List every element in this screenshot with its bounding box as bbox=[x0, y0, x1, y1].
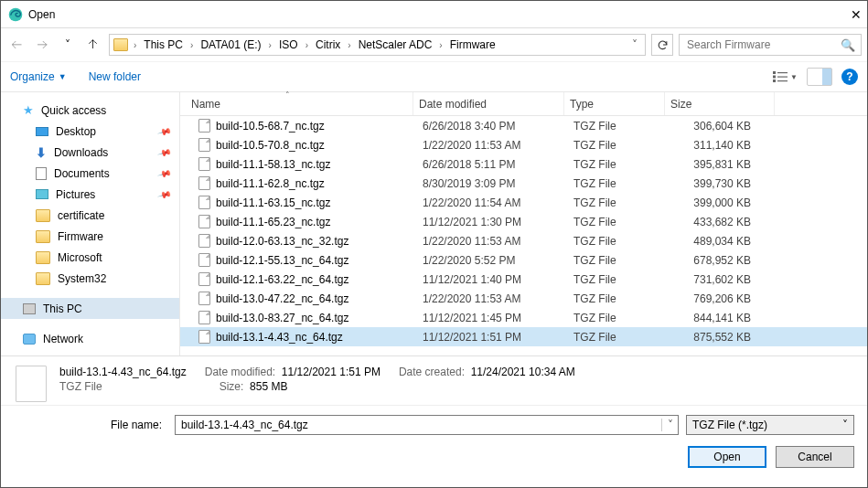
chevron-right-icon[interactable]: › bbox=[346, 40, 352, 50]
file-icon bbox=[198, 138, 210, 152]
file-list: Name˄ Date modified Type Size build-10.5… bbox=[179, 92, 867, 355]
file-row[interactable]: build-13.0-83.27_nc_64.tgz11/12/2021 1:4… bbox=[180, 308, 867, 327]
file-row[interactable]: build-12.1-55.13_nc_64.tgz1/22/2020 5:52… bbox=[180, 250, 867, 270]
folder-icon bbox=[36, 230, 50, 243]
column-header-type[interactable]: Type bbox=[564, 92, 665, 115]
sidebar-item-firmware[interactable]: Firmware bbox=[1, 226, 179, 247]
file-name: build-13.0-83.27_nc_64.tgz bbox=[216, 312, 348, 324]
file-size: 844,141 KB bbox=[669, 312, 778, 324]
search-icon: 🔍 bbox=[841, 38, 855, 52]
sidebar-item-this-pc[interactable]: This PC bbox=[1, 298, 179, 319]
chevron-right-icon[interactable]: › bbox=[132, 40, 138, 50]
file-row[interactable]: build-11.1-63.15_nc.tgz1/22/2020 11:54 A… bbox=[180, 193, 867, 212]
cancel-button[interactable]: Cancel bbox=[776, 446, 854, 468]
file-date: 8/30/2019 3:09 PM bbox=[417, 177, 568, 190]
chevron-right-icon[interactable]: › bbox=[304, 40, 310, 50]
file-type: TGZ File bbox=[568, 273, 669, 286]
sidebar-item-quick-access[interactable]: ★Quick access bbox=[1, 100, 179, 121]
file-row[interactable]: build-12.1-63.22_nc_64.tgz11/12/2021 1:4… bbox=[180, 270, 867, 289]
file-type: TGZ File bbox=[568, 139, 669, 152]
chevron-down-icon: ˅ bbox=[842, 419, 848, 431]
pin-icon: 📌 bbox=[157, 166, 172, 181]
sidebar-item-pictures[interactable]: Pictures📌 bbox=[1, 184, 179, 205]
download-icon: ⬇ bbox=[36, 145, 47, 160]
svg-rect-6 bbox=[777, 80, 788, 81]
breadcrumb[interactable]: Citrix bbox=[314, 38, 342, 51]
sidebar-item-label: Documents bbox=[54, 167, 110, 180]
svg-rect-3 bbox=[773, 80, 776, 82]
sidebar-item-system32[interactable]: System32 bbox=[1, 268, 179, 289]
file-name: build-11.1-65.23_nc.tgz bbox=[216, 216, 330, 228]
breadcrumb[interactable]: DATA01 (E:) bbox=[198, 38, 263, 51]
breadcrumb[interactable]: This PC bbox=[142, 38, 185, 51]
help-button[interactable]: ? bbox=[841, 69, 858, 85]
file-icon bbox=[198, 215, 210, 228]
file-row[interactable]: build-11.1-62.8_nc.tgz8/30/2019 3:09 PMT… bbox=[180, 174, 867, 193]
filename-combobox[interactable]: ˅ bbox=[175, 415, 679, 435]
file-rows: build-10.5-68.7_nc.tgz6/26/2018 3:40 PMT… bbox=[180, 116, 867, 355]
file-row[interactable]: build-11.1-58.13_nc.tgz6/26/2018 5:11 PM… bbox=[180, 154, 867, 174]
file-row[interactable]: build-10.5-70.8_nc.tgz1/22/2020 11:53 AM… bbox=[180, 135, 867, 154]
back-button[interactable]: 🡠 bbox=[6, 35, 27, 55]
file-size: 433,682 KB bbox=[669, 216, 778, 228]
address-dropdown[interactable]: ˅ bbox=[628, 38, 641, 51]
file-row[interactable]: build-10.5-68.7_nc.tgz6/26/2018 3:40 PMT… bbox=[180, 116, 867, 135]
sidebar-item-label: certificate bbox=[58, 209, 104, 222]
file-row[interactable]: build-12.0-63.13_nc_32.tgz1/22/2020 11:5… bbox=[180, 231, 867, 250]
column-header-date[interactable]: Date modified bbox=[413, 92, 564, 115]
window-title: Open bbox=[28, 8, 851, 21]
new-folder-button[interactable]: New folder bbox=[89, 70, 141, 83]
open-button[interactable]: Open bbox=[688, 446, 766, 468]
file-type: TGZ File bbox=[568, 196, 669, 209]
chevron-right-icon[interactable]: › bbox=[188, 40, 195, 50]
up-button[interactable]: 🡡 bbox=[83, 35, 103, 55]
search-input[interactable] bbox=[685, 37, 841, 52]
file-row[interactable]: build-13.0-47.22_nc_64.tgz1/22/2020 11:5… bbox=[180, 289, 867, 308]
recent-locations-button[interactable]: ˅ bbox=[58, 35, 78, 55]
folder-icon bbox=[36, 272, 50, 285]
details-pane: build-13.1-4.43_nc_64.tgz Date modified:… bbox=[1, 355, 867, 405]
view-options-button[interactable]: ▼ bbox=[772, 70, 798, 83]
sidebar-item-microsoft[interactable]: Microsoft bbox=[1, 247, 179, 268]
chevron-down-icon[interactable]: ˅ bbox=[661, 419, 678, 431]
file-icon bbox=[198, 292, 210, 305]
sidebar-item-network[interactable]: Network bbox=[1, 328, 179, 349]
file-row[interactable]: build-13.1-4.43_nc_64.tgz11/12/2021 1:51… bbox=[180, 327, 867, 346]
breadcrumb[interactable]: NetScaler ADC bbox=[357, 38, 434, 51]
breadcrumb[interactable]: Firmware bbox=[448, 38, 498, 51]
column-header-size[interactable]: Size bbox=[665, 92, 775, 115]
file-icon bbox=[198, 157, 210, 171]
navigation-pane: ★Quick access Desktop📌 ⬇Downloads📌 Docum… bbox=[1, 92, 179, 355]
sidebar-item-label: Firmware bbox=[58, 230, 103, 243]
file-row[interactable]: build-11.1-65.23_nc.tgz11/12/2021 1:30 P… bbox=[180, 212, 867, 231]
sidebar-item-label: This PC bbox=[43, 302, 82, 315]
sidebar-item-desktop[interactable]: Desktop📌 bbox=[1, 121, 179, 142]
sidebar-item-certificate[interactable]: certificate bbox=[1, 205, 179, 226]
chevron-right-icon[interactable]: › bbox=[437, 40, 444, 50]
file-type: TGZ File bbox=[568, 177, 669, 190]
file-date: 11/12/2021 1:51 PM bbox=[417, 331, 568, 344]
pc-icon bbox=[23, 303, 36, 314]
file-date: 11/12/2021 1:30 PM bbox=[417, 216, 568, 228]
close-icon[interactable]: ✕ bbox=[851, 10, 860, 19]
refresh-button[interactable] bbox=[651, 34, 673, 56]
forward-button[interactable]: 🡢 bbox=[32, 35, 52, 55]
file-size: 678,952 KB bbox=[669, 254, 778, 267]
preview-pane-button[interactable] bbox=[807, 68, 832, 86]
column-header-name[interactable]: Name˄ bbox=[180, 92, 413, 115]
pin-icon: 📌 bbox=[157, 124, 172, 139]
chevron-right-icon[interactable]: › bbox=[267, 40, 273, 50]
breadcrumb[interactable]: ISO bbox=[277, 38, 300, 51]
sidebar-item-documents[interactable]: Documents📌 bbox=[1, 163, 179, 184]
sidebar-item-downloads[interactable]: ⬇Downloads📌 bbox=[1, 142, 179, 163]
file-icon bbox=[198, 176, 210, 190]
file-name: build-10.5-68.7_nc.tgz bbox=[216, 120, 325, 133]
filename-input[interactable] bbox=[176, 416, 661, 434]
organize-menu[interactable]: Organize ▼ bbox=[10, 70, 67, 83]
file-type: TGZ File bbox=[568, 254, 669, 267]
filename-label: File name: bbox=[14, 419, 167, 431]
file-name: build-12.0-63.13_nc_32.tgz bbox=[216, 235, 348, 248]
address-bar[interactable]: › This PC › DATA01 (E:) › ISO › Citrix ›… bbox=[109, 34, 646, 56]
filetype-filter[interactable]: TGZ File (*.tgz) ˅ bbox=[686, 415, 854, 435]
search-box[interactable]: 🔍 bbox=[679, 34, 862, 56]
